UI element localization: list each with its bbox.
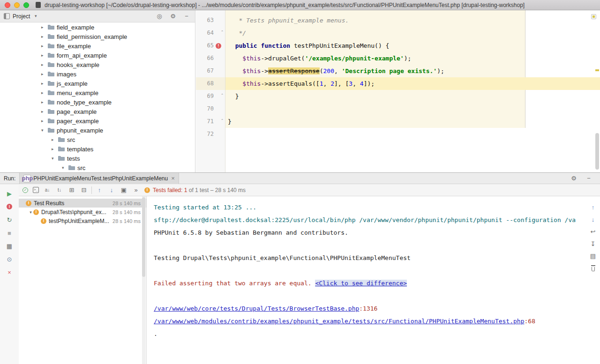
project-tree-item[interactable]: ▸field_example: [0, 22, 195, 32]
collapse-all-icon[interactable]: ⊟: [80, 186, 88, 194]
project-settings-icon[interactable]: ⚙: [169, 13, 177, 20]
project-tree-item[interactable]: ▸node_type_example: [0, 97, 195, 107]
tree-chevron-icon[interactable]: ▸: [41, 72, 46, 76]
project-tree-item[interactable]: ▸field_permission_example: [0, 32, 195, 41]
tree-chevron-icon[interactable]: ▾: [28, 210, 33, 215]
project-tree-item[interactable]: ▸templates: [0, 144, 195, 154]
code-line[interactable]: * Tests phpunit_example menus.: [228, 14, 600, 27]
test-history-icon[interactable]: ▣: [120, 186, 128, 194]
gutter-row[interactable]: 65!: [196, 39, 225, 52]
clear-console-icon[interactable]: [591, 265, 596, 271]
sort-by-duration-icon[interactable]: t↓: [56, 186, 63, 194]
run-tab[interactable]: php PHPUnitExampleMenuTest.testPhpUnitEx…: [19, 173, 179, 184]
project-tree-item[interactable]: ▸images: [0, 69, 195, 79]
fold-marker-icon[interactable]: ˆ: [219, 90, 225, 103]
expand-all-icon[interactable]: ⊞: [68, 186, 75, 194]
tree-chevron-icon[interactable]: ▾: [52, 156, 57, 161]
test-console[interactable]: Testing started at 13:25 ...sftp://docke…: [147, 196, 586, 364]
tree-chevron-icon[interactable]: ▸: [41, 62, 46, 67]
gutter-row[interactable]: 69ˆ: [196, 90, 225, 103]
gutter-row[interactable]: 67: [196, 65, 225, 77]
scroll-to-end-icon[interactable]: ↧: [589, 240, 597, 247]
previous-stack-frame-icon[interactable]: ↑: [589, 203, 597, 211]
code-line[interactable]: public function testPhpUnitExampleMenu()…: [228, 39, 600, 52]
hide-run-panel-icon[interactable]: −: [585, 175, 592, 182]
code-line[interactable]: }: [228, 90, 600, 103]
tree-chevron-icon[interactable]: ▸: [41, 25, 46, 30]
locate-file-icon[interactable]: ◎: [156, 13, 163, 20]
soft-wrap-icon[interactable]: ↩: [589, 228, 597, 235]
gutter-row[interactable]: 70: [196, 103, 225, 115]
tree-chevron-icon[interactable]: ▸: [41, 44, 46, 48]
project-title-caret-icon[interactable]: ▾: [32, 13, 39, 20]
run-settings-icon[interactable]: ⚙: [570, 175, 578, 182]
test-tree-row[interactable]: !testPhpUnitExampleM...28 s 140 ms: [19, 216, 146, 225]
code-line[interactable]: [228, 103, 600, 115]
tree-chevron-icon[interactable]: ▸: [41, 90, 46, 95]
show-passed-icon[interactable]: ✓: [22, 187, 28, 193]
project-tree-item[interactable]: ▸hooks_example: [0, 60, 195, 69]
gutter-row[interactable]: 72: [196, 128, 225, 141]
project-tree-item[interactable]: ▸src: [0, 135, 195, 144]
minimize-window-button[interactable]: [14, 2, 20, 8]
test-tree-scrollbar[interactable]: [142, 196, 146, 364]
project-tree-item[interactable]: ▾tests: [0, 154, 195, 163]
code-area[interactable]: * Tests phpunit_example menus. */ public…: [226, 10, 600, 141]
hide-project-panel-icon[interactable]: −: [183, 13, 190, 20]
tree-chevron-icon[interactable]: ▸: [52, 147, 57, 151]
gutter-row[interactable]: 68: [196, 77, 225, 90]
code-line[interactable]: */: [228, 27, 600, 39]
fold-marker-icon[interactable]: ˆ: [219, 115, 225, 128]
project-tree-item[interactable]: ▾src: [0, 163, 195, 172]
code-line[interactable]: $this->assertResponse(200, 'Description …: [228, 65, 600, 77]
console-link[interactable]: /var/www/web/core/tests/Drupal/Tests/Bro…: [154, 305, 359, 312]
project-panel-title[interactable]: Project: [13, 13, 30, 20]
close-run-button[interactable]: ×: [6, 268, 13, 276]
close-tab-icon[interactable]: ×: [171, 175, 175, 181]
next-stack-frame-icon[interactable]: ↓: [589, 215, 597, 223]
editor[interactable]: 6364ˆ65!66676869ˆ7071ˆ72 * Tests phpunit…: [196, 10, 600, 172]
rerun-failed-tests-button[interactable]: !: [7, 204, 12, 209]
tree-chevron-icon[interactable]: ▸: [41, 100, 46, 104]
toggle-auto-test-button[interactable]: ↻: [6, 216, 13, 223]
close-window-button[interactable]: [5, 2, 10, 8]
more-toolbar-icon[interactable]: »: [132, 186, 140, 194]
tree-chevron-icon[interactable]: ▸: [41, 109, 46, 114]
restore-layout-button[interactable]: ▦: [6, 242, 13, 250]
failed-test-gutter-icon[interactable]: !: [216, 43, 221, 49]
project-tree-item[interactable]: ▸pager_example: [0, 116, 195, 126]
tree-chevron-icon[interactable]: ▸: [41, 53, 46, 58]
zoom-window-button[interactable]: [23, 2, 29, 8]
project-tree-item[interactable]: ▸menu_example: [0, 88, 195, 97]
rerun-button[interactable]: ▶: [6, 190, 13, 197]
project-tree-item[interactable]: ▸js_example: [0, 79, 195, 88]
test-tree-row[interactable]: ▾!Drupal\Tests\phpunit_ex...28 s 140 ms: [19, 208, 146, 216]
previous-failed-test-icon[interactable]: ↑: [96, 186, 103, 194]
tree-chevron-icon[interactable]: ▸: [52, 137, 57, 142]
pin-tab-button[interactable]: ⊙: [6, 255, 13, 263]
print-icon[interactable]: ▤: [589, 252, 597, 260]
editor-scrollbar[interactable]: [595, 133, 599, 170]
editor-gutter[interactable]: 6364ˆ65!66676869ˆ7071ˆ72: [196, 10, 225, 172]
console-toggle-icon[interactable]: >_: [33, 187, 39, 193]
next-failed-test-icon[interactable]: ↓: [108, 186, 115, 194]
gutter-row[interactable]: 63: [196, 14, 225, 27]
tree-chevron-icon[interactable]: ▸: [41, 119, 46, 123]
gutter-row[interactable]: 64ˆ: [196, 27, 225, 39]
tree-chevron-icon[interactable]: ▾: [41, 128, 46, 133]
code-line[interactable]: [228, 128, 600, 141]
project-tree-item[interactable]: ▸form_api_example: [0, 51, 195, 60]
console-link[interactable]: <Click to see difference>: [315, 280, 407, 287]
code-line[interactable]: $this->drupalGet('/examples/phpunit-exam…: [228, 52, 600, 65]
inspections-widget[interactable]: [591, 14, 596, 19]
gutter-row[interactable]: 71ˆ: [196, 115, 225, 128]
sort-alphabetically-icon[interactable]: a↓: [44, 186, 51, 194]
project-tree-item[interactable]: ▾phpunit_example: [0, 126, 195, 135]
fold-marker-icon[interactable]: ˆ: [219, 27, 225, 39]
stop-button[interactable]: ■: [6, 229, 13, 237]
tree-chevron-icon[interactable]: ▾: [62, 165, 67, 170]
project-tree-item[interactable]: ▸page_example: [0, 107, 195, 116]
console-link[interactable]: /var/www/web/modules/contrib/examples/ph…: [154, 318, 525, 325]
tree-chevron-icon[interactable]: ▸: [41, 81, 46, 86]
code-line[interactable]: }: [228, 115, 600, 128]
